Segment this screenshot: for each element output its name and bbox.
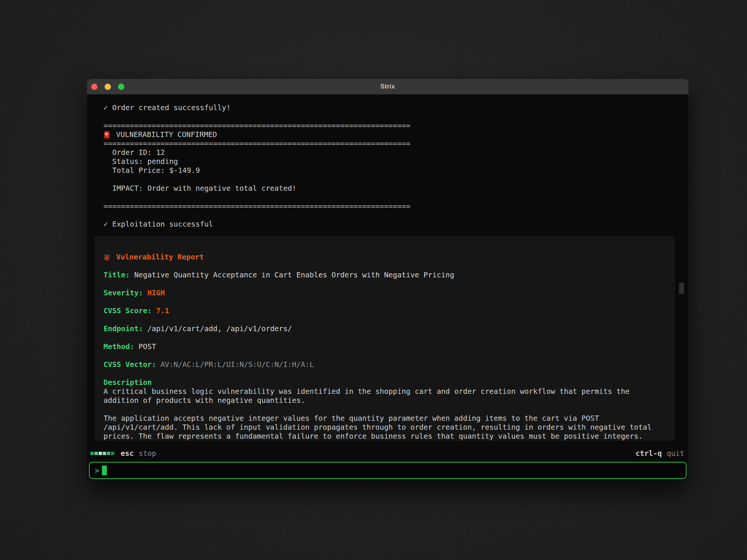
order-id-line: Order ID: 12 [103, 148, 688, 157]
cvss-vector-value: AV:N/AC:L/PR:L/UI:N/S:U/C:N/I:H/A:L [156, 360, 314, 369]
input-area: > [87, 460, 688, 481]
endpoint-value: /api/v1/cart/add, /api/v1/orders/ [143, 324, 292, 333]
report-field-method: Method: POST [103, 342, 666, 351]
report-field-cvss-score: CVSS Score: 7.1 [103, 307, 666, 315]
esc-key-hint: esc [121, 449, 134, 458]
activity-dot [90, 452, 94, 455]
command-input[interactable]: > [89, 462, 686, 479]
separator-line: ========================================… [103, 202, 688, 211]
order-created-message: ✓ Order created successfully! [103, 103, 688, 112]
vulnerability-confirmed-line: VULNERABILITY CONFIRMED [103, 130, 688, 139]
report-field-cvss-vector: CVSS Vector: AV:N/AC:L/PR:L/UI:N/S:U/C:N… [103, 360, 666, 369]
title-bar: Strix [87, 79, 688, 94]
scrollbar-thumb[interactable] [679, 283, 684, 294]
method-value: POST [134, 342, 156, 351]
activity-dot [107, 452, 110, 455]
report-field-title: Title: Negative Quantity Acceptance in C… [103, 271, 666, 280]
description-line: The application accepts negative integer… [103, 414, 666, 423]
quit-action-label: quit [667, 449, 684, 458]
activity-dot [94, 452, 98, 455]
description-line: addition of products with negative quant… [103, 396, 666, 405]
report-title: Vulnerability Report [116, 253, 204, 262]
siren-icon [103, 131, 110, 139]
impact-line: IMPACT: Order with negative total create… [103, 184, 688, 193]
prompt-chevron: > [95, 466, 99, 475]
cvss-score-label: CVSS Score: [103, 307, 152, 315]
severity-badge: HIGH [143, 289, 165, 297]
activity-dot [99, 452, 102, 455]
separator-line: ========================================… [103, 139, 688, 148]
method-label: Method: [103, 342, 134, 351]
bug-icon [103, 254, 110, 261]
severity-label: Severity: [103, 289, 143, 297]
total-price-line: Total Price: $-149.9 [103, 166, 688, 175]
title-label: Title: [103, 271, 130, 279]
strix-window: Strix ✓ Order created successfully! ====… [87, 79, 688, 481]
report-header-line: Vulnerability Report [103, 253, 666, 262]
cvss-score-value: 7.1 [152, 307, 169, 315]
vulnerability-confirmed-label: VULNERABILITY CONFIRMED [116, 130, 217, 139]
text-cursor [102, 466, 107, 475]
description-line: prices. The flaw represents a fundamenta… [103, 432, 666, 441]
report-field-endpoint: Endpoint: /api/v1/cart/add, /api/v1/orde… [103, 324, 666, 333]
status-bar: esc stop ctrl-q quit [87, 447, 688, 460]
quit-key-hint: ctrl-q [636, 449, 662, 458]
exploitation-message: ✓ Exploitation successful [103, 220, 688, 229]
description-line: A critical business logic vulnerability … [103, 387, 666, 396]
description-line: /api/v1/cart/add. This lack of input val… [103, 423, 666, 432]
terminal-log: ✓ Order created successfully! ==========… [103, 103, 688, 229]
status-line: Status: pending [103, 157, 688, 166]
activity-dot [103, 452, 106, 455]
cvss-vector-label: CVSS Vector: [103, 360, 156, 369]
esc-action-label: stop [139, 449, 156, 458]
activity-indicator [90, 452, 114, 455]
description-heading: Description [103, 378, 666, 387]
vulnerability-report-panel: Vulnerability Report Title: Negative Qua… [94, 236, 675, 441]
window-title: Strix [87, 83, 688, 90]
endpoint-label: Endpoint: [103, 324, 143, 333]
title-value: Negative Quantity Acceptance in Cart Ena… [130, 271, 454, 279]
terminal-output[interactable]: ✓ Order created successfully! ==========… [87, 94, 688, 447]
activity-dot [111, 452, 114, 455]
report-field-severity: Severity: HIGH [103, 289, 666, 298]
separator-line: ========================================… [103, 121, 688, 130]
